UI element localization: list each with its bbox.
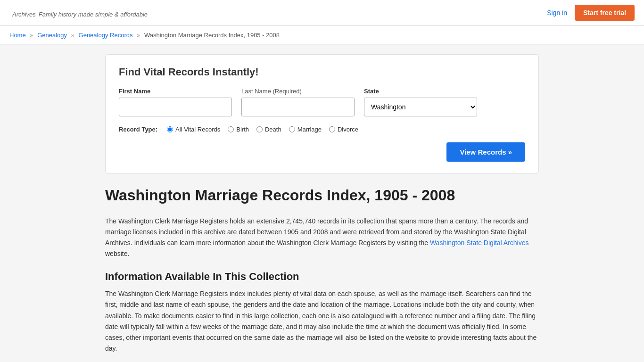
- info-section-paragraph: The Washington Clerk Marriage Registers …: [105, 288, 539, 354]
- radio-divorce[interactable]: Divorce: [329, 126, 358, 133]
- last-name-required: (Required): [273, 88, 302, 95]
- breadcrumb: Home » Genealogy » Genealogy Records » W…: [0, 26, 644, 45]
- header-left: ArchivesFamily history made simple & aff…: [9, 6, 148, 20]
- search-card-title: Find Vital Records Instantly!: [119, 66, 525, 78]
- state-label: State: [364, 88, 477, 95]
- radio-divorce-input[interactable]: [329, 126, 335, 132]
- radio-birth-input[interactable]: [228, 126, 234, 132]
- intro-section: The Washington Clerk Marriage Registers …: [105, 216, 539, 259]
- breadcrumb-home[interactable]: Home: [9, 32, 26, 39]
- site-header: ArchivesFamily history made simple & aff…: [0, 0, 644, 26]
- radio-divorce-label: Divorce: [338, 126, 358, 133]
- first-name-input[interactable]: [119, 98, 232, 116]
- radio-death-label: Death: [265, 126, 281, 133]
- breadcrumb-genealogy[interactable]: Genealogy: [37, 32, 67, 39]
- breadcrumb-genealogy-records[interactable]: Genealogy Records: [79, 32, 133, 39]
- radio-all-vital-records[interactable]: All Vital Records: [167, 126, 220, 133]
- radio-death-input[interactable]: [256, 126, 263, 132]
- breadcrumb-current: Washington Marriage Records Index, 1905 …: [144, 32, 280, 39]
- radio-all-vital-records-label: All Vital Records: [175, 126, 220, 133]
- site-logo: ArchivesFamily history made simple & aff…: [9, 6, 148, 20]
- radio-birth[interactable]: Birth: [228, 126, 249, 133]
- radio-marriage-input[interactable]: [289, 126, 295, 132]
- info-section: Information Available In This Collection…: [105, 271, 539, 354]
- state-select[interactable]: All United States Alabama Alaska Arizona…: [364, 98, 477, 116]
- logo-text: Archives: [12, 11, 36, 18]
- record-type-label: Record Type:: [119, 126, 157, 133]
- radio-all-vital-records-input[interactable]: [167, 126, 173, 132]
- first-name-field-group: First Name: [119, 88, 232, 116]
- start-trial-button[interactable]: Start free trial: [575, 5, 635, 21]
- breadcrumb-separator-2: »: [71, 32, 74, 39]
- breadcrumb-separator-3: »: [137, 32, 140, 39]
- radio-marriage-label: Marriage: [297, 126, 322, 133]
- main-content: Find Vital Records Instantly! First Name…: [96, 54, 548, 362]
- breadcrumb-separator-1: »: [30, 32, 33, 39]
- last-name-field-group: Last Name (Required): [241, 88, 355, 116]
- page-title: Washington Marriage Records Index, 1905 …: [105, 187, 539, 210]
- last-name-label: Last Name (Required): [241, 88, 355, 95]
- radio-death[interactable]: Death: [256, 126, 281, 133]
- state-field-group: State All United States Alabama Alaska A…: [364, 88, 477, 116]
- search-fields: First Name Last Name (Required) State Al…: [119, 88, 525, 116]
- view-records-button[interactable]: View Records »: [446, 142, 525, 162]
- search-card: Find Vital Records Instantly! First Name…: [105, 54, 539, 173]
- intro-paragraph: The Washington Clerk Marriage Registers …: [105, 216, 539, 259]
- radio-marriage[interactable]: Marriage: [289, 126, 322, 133]
- view-records-btn-container: View Records »: [119, 142, 525, 162]
- first-name-label: First Name: [119, 88, 232, 95]
- record-type-radio-group: All Vital Records Birth Death Marriage D…: [167, 126, 358, 133]
- wsda-link[interactable]: Washington State Digital Archives: [430, 239, 529, 247]
- radio-birth-label: Birth: [236, 126, 249, 133]
- info-section-title: Information Available In This Collection: [105, 271, 539, 283]
- last-name-input[interactable]: [241, 98, 355, 116]
- logo-tagline: Family history made simple & affordable: [39, 11, 148, 18]
- header-right: Sign in Start free trial: [547, 5, 635, 21]
- sign-in-link[interactable]: Sign in: [547, 9, 567, 16]
- record-type-row: Record Type: All Vital Records Birth Dea…: [119, 126, 525, 133]
